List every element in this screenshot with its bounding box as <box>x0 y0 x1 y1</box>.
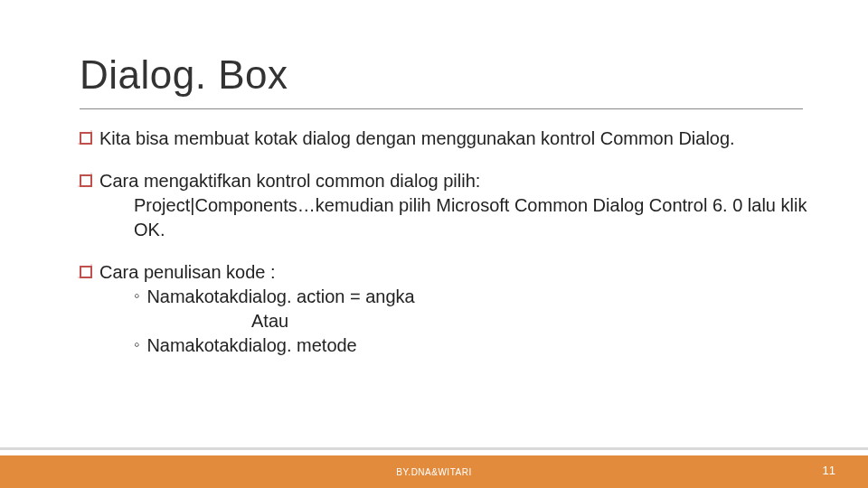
bullet-item-1: Kita bisa membuat kotak dialog dengan me… <box>80 127 821 151</box>
sub-bullet-2: Atau <box>80 309 821 333</box>
sub-bullet-text: Namakotakdialog. action = angka <box>146 285 414 309</box>
page-number: 11 <box>823 464 835 477</box>
ring-bullet-icon: ◦ <box>134 333 139 355</box>
bullet-text: Cara penulisan kode : <box>99 260 821 285</box>
slide: Dialog. Box Kita bisa membuat kotak dial… <box>0 0 868 488</box>
sub-bullet-text: Namakotakdialog. metode <box>146 333 356 358</box>
ring-bullet-icon: ◦ <box>134 285 139 306</box>
checkbox-icon <box>80 132 92 145</box>
slide-content: Kita bisa membuat kotak dialog dengan me… <box>80 127 821 376</box>
checkbox-icon <box>80 174 92 187</box>
footer-credit: BY.DNA&WITARI <box>396 467 471 477</box>
slide-title: Dialog. Box <box>80 52 288 98</box>
bullet-item-2: Cara mengaktifkan kontrol common dialog … <box>80 169 821 242</box>
bullet-continuation: Project|Components…kemudian pilih Micros… <box>80 193 821 242</box>
bullet-item-3: Cara penulisan kode : ◦ Namakotakdialog.… <box>80 260 821 358</box>
sub-bullet-3: ◦ Namakotakdialog. metode <box>80 333 821 358</box>
sub-bullet-1: ◦ Namakotakdialog. action = angka <box>80 285 821 309</box>
bullet-text: Cara mengaktifkan kontrol common dialog … <box>99 169 821 193</box>
title-underline <box>80 108 803 109</box>
checkbox-icon <box>80 266 92 278</box>
footer-bar: BY.DNA&WITARI 11 <box>0 450 868 488</box>
bullet-text: Kita bisa membuat kotak dialog dengan me… <box>99 127 821 151</box>
